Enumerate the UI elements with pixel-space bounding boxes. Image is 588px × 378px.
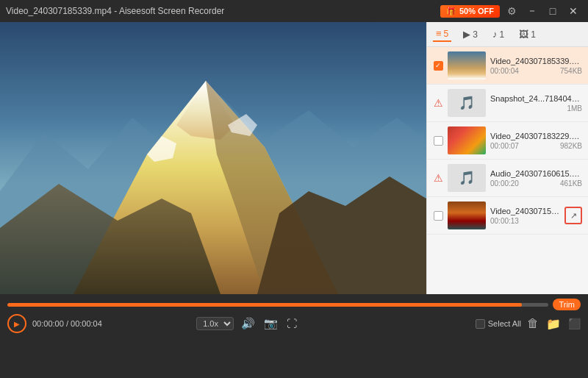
media-duration-4: 00:00:20 bbox=[490, 179, 519, 188]
list-item[interactable]: Video_240307183229.mp4 00:00:07 982KB bbox=[427, 122, 588, 160]
tab-video-count: 3 bbox=[473, 29, 478, 40]
media-info-3: Video_240307183229.mp4 00:00:07 982KB bbox=[490, 132, 582, 150]
media-list: ✓ Video_240307185339.mp4 00:00:04 754KB … bbox=[427, 47, 588, 294]
media-size-4: 461KB bbox=[560, 179, 582, 188]
sidebar: ≡ 5 ▶ 3 ♪ 1 🖼 1 ✓ bbox=[426, 22, 588, 294]
list-item[interactable]: Video_240307154314.mp4 00:00:13 ↗ bbox=[427, 197, 588, 235]
titlebar-right: 🎁 50% OFF ⚙ － □ ✕ bbox=[440, 2, 582, 20]
minimize-button[interactable]: － bbox=[523, 2, 541, 20]
media-meta-2: 1MB bbox=[490, 104, 582, 113]
media-info-5: Video_240307154314.mp4 00:00:13 bbox=[490, 207, 560, 225]
progress-fill bbox=[7, 303, 522, 307]
app-title: Video_240307185339.mp4 - Aiseesoft Scree… bbox=[6, 6, 224, 16]
media-name-2: Snapshot_24...7184042.png bbox=[490, 94, 582, 103]
media-duration-3: 00:00:07 bbox=[490, 142, 519, 150]
time-total: 00:00:04 bbox=[71, 319, 102, 328]
music-note-icon: 🎵 bbox=[459, 95, 475, 111]
list-icon: ≡ bbox=[436, 28, 442, 39]
tab-audio-count: 1 bbox=[499, 29, 504, 40]
tab-video[interactable]: ▶ 3 bbox=[460, 27, 481, 41]
share-button[interactable]: ↗ bbox=[564, 207, 582, 224]
promo-text: 50% OFF bbox=[459, 7, 494, 15]
item-checkbox-1[interactable]: ✓ bbox=[433, 60, 443, 71]
camera-icon[interactable]: 📷 bbox=[262, 315, 279, 332]
media-duration-5: 00:00:13 bbox=[490, 217, 519, 225]
media-name-1: Video_240307185339.mp4 bbox=[490, 57, 582, 65]
media-duration-1: 00:00:04 bbox=[490, 67, 519, 75]
video-player bbox=[0, 22, 426, 294]
profile-icon[interactable]: ⚙ bbox=[503, 2, 520, 20]
time-display: 00:00:00 / 00:00:04 bbox=[32, 319, 102, 328]
playback-row: ▶ 00:00:00 / 00:00:04 1.0x 0.5x 1.5x 2.0… bbox=[7, 314, 581, 333]
tab-audio[interactable]: ♪ 1 bbox=[490, 27, 507, 41]
close-button[interactable]: ✕ bbox=[564, 2, 582, 20]
tab-all-count: 5 bbox=[444, 29, 449, 39]
time-current: 00:00:00 bbox=[32, 319, 64, 328]
controls-bar: Trim ▶ 00:00:00 / 00:00:04 1.0x 0.5x 1.5… bbox=[0, 294, 588, 378]
trim-button[interactable]: Trim bbox=[553, 299, 581, 310]
error-icon: ⚠ bbox=[434, 97, 443, 109]
checkbox-unchecked[interactable] bbox=[434, 136, 443, 146]
media-thumbnail-1 bbox=[448, 51, 486, 79]
media-name-4: Audio_240307160615.mp3 bbox=[490, 169, 582, 178]
media-thumbnail-4: 🎵 bbox=[448, 164, 486, 192]
delete-icon[interactable]: 🗑 bbox=[527, 317, 539, 330]
media-info-4: Audio_240307160615.mp3 00:00:20 461KB bbox=[490, 169, 582, 188]
promo-badge[interactable]: 🎁 50% OFF bbox=[440, 5, 500, 18]
media-meta-1: 00:00:04 754KB bbox=[490, 67, 582, 75]
select-all-area: Select All bbox=[476, 319, 521, 329]
folder-icon[interactable]: 📁 bbox=[546, 317, 561, 331]
checkbox-checked[interactable]: ✓ bbox=[434, 61, 443, 71]
media-info-2: Snapshot_24...7184042.png 1MB bbox=[490, 94, 582, 113]
tab-image[interactable]: 🖼 1 bbox=[516, 27, 539, 41]
titlebar-left: Video_240307185339.mp4 - Aiseesoft Scree… bbox=[6, 6, 224, 16]
media-thumbnail-3 bbox=[448, 126, 486, 154]
fullscreen-icon[interactable]: ⛶ bbox=[285, 316, 298, 331]
media-thumbnail-2: 🎵 bbox=[448, 89, 486, 117]
media-size-1: 754KB bbox=[560, 67, 582, 75]
item-checkbox-5[interactable] bbox=[433, 210, 443, 221]
media-meta-5: 00:00:13 bbox=[490, 217, 560, 225]
image-icon: 🖼 bbox=[519, 29, 528, 40]
speed-select[interactable]: 1.0x 0.5x 1.5x 2.0x bbox=[196, 317, 234, 330]
share-icon: ↗ bbox=[570, 211, 577, 221]
progress-container: Trim bbox=[7, 299, 581, 310]
play-button[interactable]: ▶ bbox=[7, 314, 26, 333]
media-thumbnail-5 bbox=[448, 202, 486, 229]
item-checkbox-3[interactable] bbox=[433, 135, 443, 146]
tab-all[interactable]: ≡ 5 bbox=[433, 26, 451, 42]
sidebar-tabs: ≡ 5 ▶ 3 ♪ 1 🖼 1 bbox=[427, 22, 588, 47]
maximize-button[interactable]: □ bbox=[544, 2, 562, 20]
media-size-3: 982KB bbox=[560, 142, 582, 150]
media-size-2: 1MB bbox=[567, 104, 582, 113]
volume-icon[interactable]: 🔊 bbox=[240, 315, 257, 332]
media-name-5: Video_240307154314.mp4 bbox=[490, 207, 560, 215]
media-name-3: Video_240307183229.mp4 bbox=[490, 132, 582, 140]
select-all-label: Select All bbox=[488, 319, 521, 328]
progress-track[interactable] bbox=[7, 303, 548, 307]
checkbox-unchecked[interactable] bbox=[434, 211, 443, 221]
audio-icon: ♪ bbox=[492, 29, 498, 40]
media-meta-3: 00:00:07 982KB bbox=[490, 142, 582, 150]
gift-icon: 🎁 bbox=[446, 7, 456, 16]
list-item[interactable]: ⚠ 🎵 Audio_240307160615.mp3 00:00:20 461K… bbox=[427, 160, 588, 197]
media-meta-4: 00:00:20 461KB bbox=[490, 179, 582, 188]
list-item[interactable]: ✓ Video_240307185339.mp4 00:00:04 754KB bbox=[427, 47, 588, 85]
media-info-1: Video_240307185339.mp4 00:00:04 754KB bbox=[490, 57, 582, 75]
video-icon: ▶ bbox=[463, 29, 470, 40]
select-all-checkbox[interactable] bbox=[476, 319, 485, 329]
export-icon[interactable]: ⬛ bbox=[568, 318, 581, 329]
item-error-4: ⚠ bbox=[433, 173, 443, 183]
tab-image-count: 1 bbox=[531, 29, 536, 40]
action-icons: 🗑 📁 ⬛ bbox=[527, 317, 581, 331]
video-preview bbox=[0, 22, 426, 294]
titlebar: Video_240307185339.mp4 - Aiseesoft Scree… bbox=[0, 0, 588, 22]
error-icon: ⚠ bbox=[434, 172, 443, 184]
music-note-icon: 🎵 bbox=[459, 170, 475, 186]
main-area: ≡ 5 ▶ 3 ♪ 1 🖼 1 ✓ bbox=[0, 22, 588, 294]
item-error-2: ⚠ bbox=[433, 98, 443, 108]
list-item[interactable]: ⚠ 🎵 Snapshot_24...7184042.png 1MB bbox=[427, 85, 588, 122]
